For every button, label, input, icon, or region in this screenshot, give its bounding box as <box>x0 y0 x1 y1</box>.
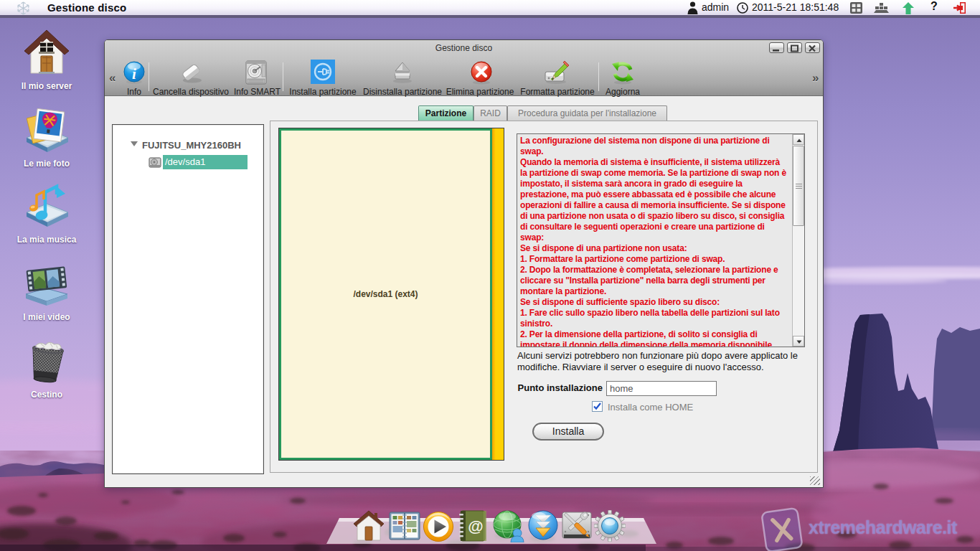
svg-text:i: i <box>132 65 136 83</box>
svg-text:@: @ <box>468 517 483 535</box>
